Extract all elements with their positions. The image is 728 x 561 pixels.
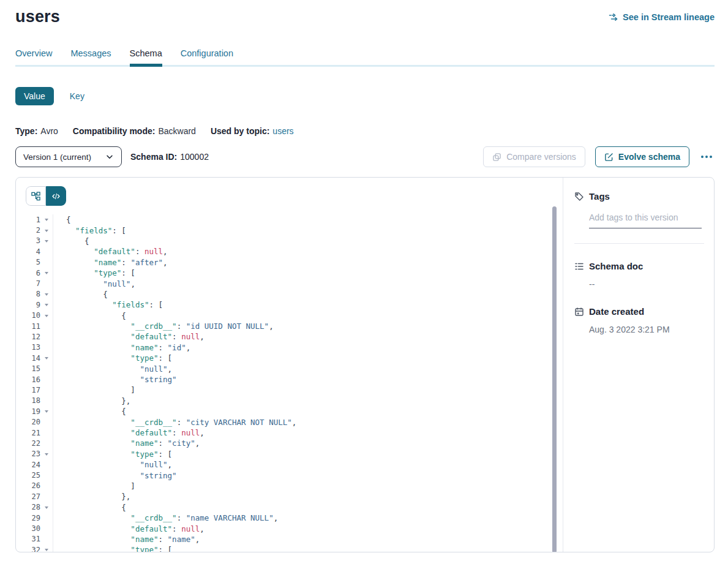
line-number: 19 [26,407,40,416]
editor-scrollbar[interactable] [552,206,557,552]
fold-toggle-icon[interactable] [40,353,53,363]
tag-icon [574,192,584,201]
code-text: { [53,290,108,299]
line-number: 29 [26,514,40,522]
code-view-button[interactable] [46,186,66,206]
evolve-schema-button[interactable]: Evolve schema [595,146,689,167]
fold-spacer [40,470,53,480]
line-number: 4 [26,247,40,256]
schema-id: Schema ID:100002 [130,152,209,162]
code-text: }, [53,396,130,405]
tab-overview[interactable]: Overview [15,48,52,59]
fold-toggle-icon[interactable] [40,268,53,278]
tags-title: Tags [589,191,610,201]
line-number: 24 [26,461,40,469]
code-line: 15 "null", [26,363,548,374]
line-number: 25 [26,471,40,480]
compare-versions-icon [492,152,501,162]
code-text: "string" [53,375,177,384]
ellipsis-icon [701,156,704,158]
page-title: users [15,7,60,26]
code-line: 5 "name": "after", [26,257,548,268]
more-options-button[interactable] [699,152,715,162]
list-icon [574,262,584,271]
schema-id-label: Schema ID: [130,152,177,162]
code-text: "name": "name", [53,535,200,544]
tab-configuration[interactable]: Configuration [181,48,233,59]
schema-meta-row: Type:Avro Compatibility mode:Backward Us… [15,126,715,136]
code-text: { [53,236,89,246]
fold-spacer [40,438,53,448]
code-text: "name": "after", [53,258,168,267]
fold-toggle-icon[interactable] [40,449,53,459]
fold-toggle-icon[interactable] [40,299,53,310]
line-number: 18 [26,396,40,405]
fold-toggle-icon[interactable] [40,214,53,225]
meta-compatibility: Compatibility mode:Backward [73,126,196,136]
schema-doc-title: Schema doc [589,261,643,271]
controls-right: Compare versions Evolve schema [483,146,715,167]
key-toggle-button[interactable]: Key [70,91,84,101]
fold-toggle-icon[interactable] [40,406,53,416]
fold-toggle-icon[interactable] [40,225,53,235]
code-text: }, [53,492,130,501]
line-number: 8 [26,290,40,298]
version-select[interactable]: Version 1 (current) [15,146,122,167]
tags-input[interactable] [589,213,702,228]
code-text: "null", [53,364,172,374]
fold-toggle-icon[interactable] [40,502,53,513]
evolve-schema-label: Evolve schema [618,152,680,162]
stream-lineage-icon [609,12,618,22]
version-select-value: Version 1 (current) [23,152,91,162]
code-text: { [53,215,71,224]
tree-view-button[interactable] [26,186,46,206]
fold-spacer [40,363,53,374]
fold-toggle-icon[interactable] [40,289,53,299]
tab-messages[interactable]: Messages [70,48,111,59]
line-number: 10 [26,311,40,320]
line-number: 15 [26,364,40,373]
code-text: "default": null, [53,247,168,256]
line-number: 1 [26,216,40,224]
schema-doc-section: Schema doc -- [574,261,704,289]
chevron-down-icon [105,152,114,161]
line-number: 5 [26,258,40,266]
code-text: "default": null, [53,428,205,437]
meta-compat-label: Compatibility mode: [73,126,156,136]
line-number: 28 [26,503,40,511]
value-toggle-button[interactable]: Value [15,87,54,105]
code-line: 29 "__crdb__": "name VARCHAR NULL", [26,513,548,523]
meta-type-label: Type: [15,126,37,136]
fold-spacer [40,459,53,470]
code-line: 18 }, [26,396,548,406]
tab-schema[interactable]: Schema [130,48,162,59]
code-text: "fields": [ [53,300,163,309]
code-line: 2 "fields": [ [26,225,548,235]
code-text: "default": null, [53,524,205,533]
topic-link[interactable]: users [272,126,293,136]
fold-toggle-icon[interactable] [40,544,53,552]
tabs: OverviewMessagesSchemaConfiguration [15,48,715,67]
sidebar-divider [574,243,704,244]
fold-spacer [40,534,53,544]
code-text: "fields": [ [53,226,126,235]
schema-editor: 1{2 "fields": [3 {4 "default": null,5 "n… [16,178,563,552]
fold-toggle-icon[interactable] [40,236,53,246]
code-text: "default": null, [53,332,205,341]
line-number: 13 [26,343,40,352]
tags-section: Tags [574,191,704,244]
line-number: 2 [26,226,40,235]
fold-spacer [40,481,53,491]
code-line: 8 { [26,289,548,299]
fold-spacer [40,374,53,385]
tree-view-icon [31,192,40,201]
stream-lineage-link[interactable]: See in Stream lineage [609,12,715,22]
meta-topic-label: Used by topic: [211,126,269,136]
date-created-title: Date created [589,306,644,317]
code-line: 30 "default": null, [26,523,548,533]
line-number: 30 [26,524,40,533]
fold-toggle-icon[interactable] [40,311,53,321]
fold-spacer [40,246,53,257]
code-line: 32 "type": [ [26,544,548,552]
code-text: "type": [ [53,353,172,363]
